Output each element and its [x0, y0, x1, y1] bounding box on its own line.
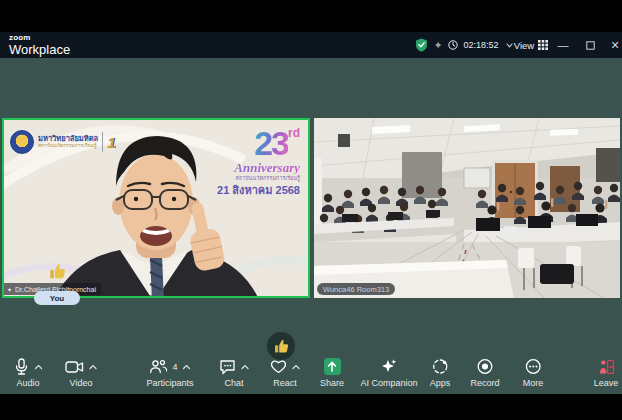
apps-icon	[431, 358, 448, 375]
security-shield-icon[interactable]	[413, 32, 429, 58]
microphone-icon	[14, 358, 30, 375]
reaction-bubble	[267, 332, 295, 360]
share-icon	[324, 358, 341, 375]
self-reaction-thumbs-up-icon	[48, 262, 66, 280]
apps-button[interactable]: Apps	[430, 358, 451, 388]
logo-divider	[102, 132, 103, 152]
react-chevron-icon[interactable]	[292, 364, 300, 370]
institute-name: สถาบันนวัตกรรมการเรียนรู้	[38, 143, 98, 149]
anniversary-mark: 1	[107, 134, 115, 151]
zoom-meeting-window: zoom Workplace ✦ 02:18:52 View	[0, 0, 622, 420]
minimize-icon[interactable]: —	[556, 32, 570, 58]
participants-button[interactable]: 4 Participants	[146, 358, 193, 388]
anniversary-graphic: 23rd Anniversary สถาบันนวัตกรรมการเรียนร…	[217, 126, 300, 196]
meeting-timer: 02:18:52	[459, 32, 503, 58]
video-chevron-icon[interactable]	[89, 364, 97, 370]
participants-icon	[149, 359, 167, 374]
brand-workplace: Workplace	[9, 43, 70, 56]
university-emblem-icon	[10, 130, 34, 154]
chat-button[interactable]: Chat	[219, 358, 249, 388]
meeting-toolbar: Audio Video 4	[0, 358, 622, 392]
record-icon	[476, 358, 493, 375]
classroom-illustration	[314, 118, 620, 298]
brand-zoom: zoom	[9, 34, 70, 42]
video-tile-room[interactable]: Wunca46 Room313	[314, 118, 620, 298]
participants-chevron-icon[interactable]	[183, 364, 191, 370]
more-button[interactable]: More	[523, 358, 544, 388]
record-button[interactable]: Record	[470, 358, 499, 388]
close-icon[interactable]: ✕	[608, 32, 622, 58]
university-logo: มหาวิทยาลัยมหิดล สถาบันนวัตกรรมการเรียนร…	[10, 130, 116, 154]
anniversary-suffix: rd	[288, 126, 300, 140]
zoom-workplace-logo: zoom Workplace	[9, 34, 70, 56]
leave-button[interactable]: Leave	[594, 358, 619, 388]
bottom-letterbox	[0, 394, 622, 420]
share-button[interactable]: Share	[320, 358, 344, 388]
room-nameplate: Wunca46 Room313	[317, 283, 395, 295]
anniversary-word: Anniversary	[217, 161, 300, 174]
leave-icon	[598, 359, 615, 375]
more-icon	[524, 358, 541, 375]
ai-companion-status-icon[interactable]: ✦	[431, 32, 445, 58]
room-video-feed	[314, 118, 620, 298]
chat-icon	[219, 359, 236, 375]
meeting-timer-icon	[447, 32, 459, 58]
view-grid-icon[interactable]	[537, 32, 549, 58]
ai-companion-button[interactable]: AI Companion	[360, 358, 417, 388]
maximize-icon[interactable]	[583, 32, 597, 58]
participants-count: 4	[172, 362, 177, 372]
chat-chevron-icon[interactable]	[241, 364, 249, 370]
titlebar: zoom Workplace ✦ 02:18:52 View	[0, 32, 622, 58]
ai-sparkle-icon	[380, 358, 397, 375]
video-button[interactable]: Video	[65, 358, 97, 388]
video-tile-self[interactable]: มหาวิทยาลัยมหิดล สถาบันนวัตกรรมการเรียนร…	[2, 118, 310, 298]
audio-button[interactable]: Audio	[14, 358, 43, 388]
audio-chevron-icon[interactable]	[35, 364, 43, 370]
anniversary-subtitle: สถาบันนวัตกรรมการเรียนรู้	[217, 176, 300, 182]
heart-icon	[270, 359, 287, 374]
thumbs-up-icon	[273, 338, 289, 354]
view-button[interactable]: View	[508, 32, 540, 58]
you-badge: You	[34, 291, 80, 305]
react-button[interactable]: React	[270, 358, 300, 388]
top-letterbox	[0, 0, 622, 32]
anniversary-date: 21 สิงหาคม 2568	[217, 185, 300, 196]
anniversary-number: 23	[254, 124, 288, 162]
spotlight-icon: ✦	[7, 286, 12, 293]
camera-icon	[65, 360, 84, 374]
